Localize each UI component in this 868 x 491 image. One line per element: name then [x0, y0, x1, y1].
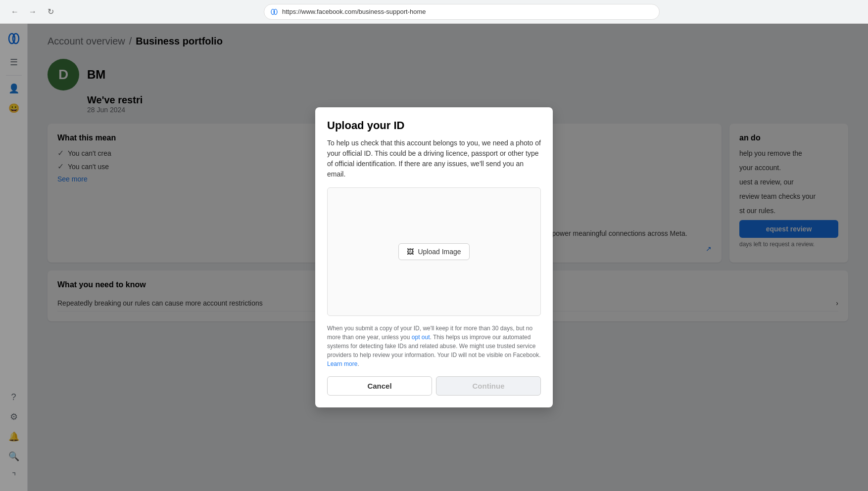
address-bar[interactable]: https://www.facebook.com/business-suppor…: [264, 4, 660, 20]
upload-id-modal: Upload your ID To help us check that thi…: [315, 107, 553, 407]
browser-chrome: ← → ↻ https://www.facebook.com/business-…: [0, 0, 868, 24]
back-button[interactable]: ←: [8, 5, 22, 19]
reload-button[interactable]: ↻: [44, 5, 57, 19]
learn-more-link[interactable]: Learn more: [327, 360, 357, 367]
meta-favicon-icon: [270, 8, 278, 16]
upload-button-label: Upload Image: [418, 248, 461, 256]
continue-button[interactable]: Continue: [436, 376, 541, 396]
opt-out-link[interactable]: opt out: [412, 334, 430, 341]
upload-area[interactable]: 🖼 Upload Image: [327, 187, 541, 316]
modal-backdrop: Upload your ID To help us check that thi…: [0, 24, 868, 491]
modal-title: Upload your ID: [327, 119, 541, 132]
upload-image-button[interactable]: 🖼 Upload Image: [398, 243, 469, 260]
forward-button[interactable]: →: [26, 5, 40, 19]
learn-more-dot: .: [357, 360, 359, 367]
app-layout: ☰ 👤 😀 ? ⚙ 🔔 🔍 ⌝ Account overview / Busin…: [0, 24, 868, 491]
cancel-button[interactable]: Cancel: [327, 376, 432, 396]
privacy-notice: When you submit a copy of your ID, we'll…: [327, 324, 541, 368]
url-text: https://www.facebook.com/business-suppor…: [282, 8, 426, 15]
modal-buttons: Cancel Continue: [327, 376, 541, 396]
modal-description: To help us check that this account belon…: [327, 138, 541, 179]
image-upload-icon: 🖼: [407, 248, 414, 256]
nav-buttons: ← → ↻: [8, 5, 57, 19]
